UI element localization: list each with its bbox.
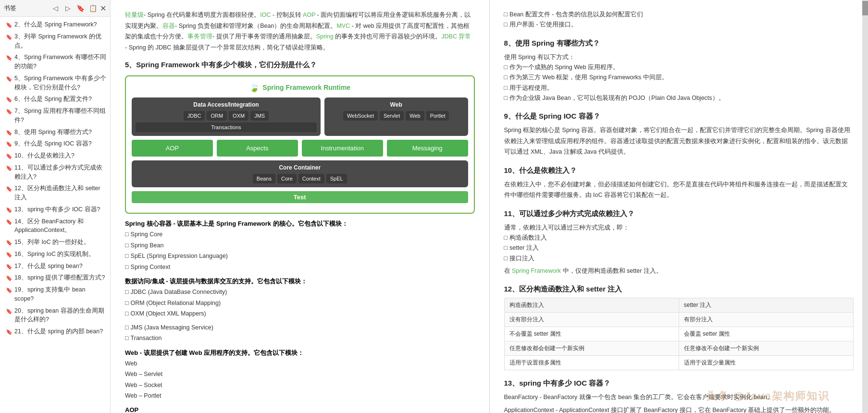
web-box: Web [406, 111, 424, 121]
section8-item-2: □作为第三方 Web 框架，使用 Spring Frameworks 中间层。 [504, 73, 854, 83]
web-item-2: Web – Servlet [125, 369, 475, 380]
instrumentation-box: Instrumentation [302, 140, 383, 157]
web-item-4: Web – Portlet [125, 390, 475, 401]
sidebar-item-18[interactable]: 🔖18、spring 提供了哪些配置方式? [0, 272, 110, 284]
bookmark-icon: 🔖 [6, 152, 12, 160]
diagram-title: 🍃 Spring Framework Runtime [132, 82, 468, 93]
test-box: Test [132, 191, 468, 203]
spring-leaf-icon: 🍃 [249, 82, 260, 93]
bookmark-icon: 🔖 [6, 286, 12, 294]
bookmark-icon: 🔖 [6, 274, 12, 282]
sidebar-icon-bookmark[interactable]: 🔖 [75, 3, 86, 13]
messaging-box: Messaging [387, 140, 468, 157]
core-box: Core [277, 174, 297, 183]
data-access-item-1: □JDBC (Java DataBase Connectivity) [125, 287, 475, 298]
bookmark-icon: 🔖 [6, 164, 12, 172]
page-left: 轻量级- Spring 在代码量和透明度方面都很轻便。IOC - 控制反转 AO… [111, 0, 490, 413]
data-access-item-4: □JMS (Java Messaging Service) [125, 322, 475, 333]
sidebar-item-5[interactable]: 🔖5、Spring Framework 中有多少个模块，它们分别是什么? [0, 73, 110, 94]
bean-config-section: □Bean 配置文件 - 包含类的信息以及如何配置它们 □用户界面 - 它使用接… [504, 10, 854, 30]
section11-note: 在 Spring Framework 中，仅使用构造函数和 setter 注入。 [504, 266, 854, 277]
sidebar-item-3[interactable]: 🔖3、列举 Spring Framework 的优点。 [0, 31, 110, 52]
section12-table: 构造函数注入 setter 注入 没有部分注入 有部分注入 不会覆盖 sette… [504, 298, 854, 370]
sidebar-item-20[interactable]: 🔖20、spring bean 容器的生命周期是什么样的? [0, 305, 110, 326]
bookmark-icon: 🔖 [6, 218, 12, 226]
sidebar-item-6[interactable]: 🔖6、什么是 Spring 配置文件? [0, 93, 110, 105]
bookmark-icon: 🔖 [6, 185, 12, 193]
sidebar-title: 书签 [4, 4, 16, 12]
spring-core-item-3: □SpEL (Spring Expression Language) [125, 251, 475, 262]
sidebar-icon-forward[interactable]: ▷ [62, 3, 73, 13]
bookmark-icon: 🔖 [6, 263, 12, 271]
sidebar-item-15[interactable]: 🔖15、列举 IoC 的一些好处。 [0, 236, 110, 248]
section12: 12、区分构造函数注入和 setter 注入 构造函数注入 setter 注入 … [504, 285, 854, 370]
sidebar-item-7[interactable]: 🔖7、Spring 应用程序有哪些不同组件? [0, 105, 110, 126]
scrollbar[interactable] [862, 0, 868, 413]
web-item-1: Web [125, 358, 475, 369]
web-label: Web - 该层提供了创建 Web 应用程序的支持。它包含以下模块： [125, 349, 475, 357]
core-section: Core Container Beans Core Context SpEL [132, 160, 468, 187]
section10-title: 10、什么是依赖注入？ [504, 166, 854, 175]
spel-box: SpEL [326, 174, 347, 183]
diagram-row-3: Core Container Beans Core Context SpEL [132, 160, 468, 187]
sidebar-icon-back[interactable]: ◁ [50, 3, 61, 13]
section8-item-3: □用于远程使用。 [504, 83, 854, 93]
data-access-boxes: JDBC ORM OXM JMS [136, 111, 317, 121]
sidebar-icon-bookmark2[interactable]: 📋 [87, 3, 98, 13]
bookmark-icon: 🔖 [6, 328, 12, 336]
sidebar-item-8[interactable]: 🔖8、使用 Spring 有哪些方式? [0, 126, 110, 138]
sidebar-item-10[interactable]: 🔖10、什么是依赖注入? [0, 150, 110, 162]
orm-box: ORM [207, 111, 227, 121]
data-access-section-title: Data Access/Integration [136, 101, 317, 108]
section8-intro: 使用 Spring 有以下方式： [504, 52, 854, 63]
section11-intro: 通常，依赖注入可以通过三种方式完成，即： [504, 222, 854, 233]
sidebar-item-4[interactable]: 🔖4、Spring Framework 有哪些不同的功能? [0, 51, 110, 73]
section5-title: 5、Spring Framework 中有多少个模块，它们分别是什么？ [125, 61, 475, 70]
data-access-item-3: □OXM (Object XML Mappers) [125, 308, 475, 319]
main-content: 轻量级- Spring 在代码量和透明度方面都很轻便。IOC - 控制反转 AO… [111, 0, 868, 413]
section11-item-2: □setter 注入 [504, 243, 854, 253]
section9: 9、什么是 Spring IOC 容器？ Spring 框架的核心是 Sprin… [504, 112, 854, 158]
bean-item-2: □用户界面 - 它使用接口。 [504, 20, 854, 30]
aspects-box: Aspects [217, 140, 298, 157]
section10-text: 在依赖注入中，您不必创建对象，但必须描述如何创建它们。您不是直接在代码中将组件和… [504, 179, 854, 201]
sidebar-item-14[interactable]: 🔖14、区分 BeanFactory 和 ApplicationContext。 [0, 216, 110, 237]
sidebar-item-9[interactable]: 🔖9、什么是 Spring IOC 容器? [0, 138, 110, 150]
table12-header-1: 构造函数注入 [504, 298, 679, 313]
data-access-label: 数据访问/集成 - 该层提供与数据库交互的支持。它包含以下模块： [125, 277, 475, 286]
section11-title: 11、可以通过多少种方式完成依赖注入？ [504, 209, 854, 219]
servlet-box: Servlet [380, 111, 404, 121]
table12-row-2: 不会覆盖 setter 属性 会覆盖 setter 属性 [504, 327, 854, 341]
section9-title: 9、什么是 Spring IOC 容器？ [504, 112, 854, 121]
context-box: Context [298, 174, 324, 183]
diagram-row-1: Data Access/Integration JDBC ORM OXM JMS… [132, 97, 468, 136]
sidebar-header: 书签 ◁ ▷ 🔖 📋 ✕ [0, 0, 110, 17]
sidebar-item-17[interactable]: 🔖17、什么是 spring bean? [0, 260, 110, 272]
scroll-thumb[interactable] [862, 1, 868, 15]
sidebar-item-12[interactable]: 🔖12、区分构造函数注入和 setter 注入 [0, 182, 110, 204]
oxm-box: OXM [229, 111, 248, 121]
bookmark-icon: 🔖 [6, 251, 12, 259]
sidebar-item-16[interactable]: 🔖16、Spring IoC 的实现机制。 [0, 248, 110, 260]
bookmark-icon: 🔖 [6, 307, 12, 316]
bookmark-icon: 🔖 [6, 239, 12, 247]
portlet-box: Portlet [426, 111, 449, 121]
sidebar-item-13[interactable]: 🔖13、spring 中有多少 IOC 容器? [0, 204, 110, 216]
spring-core-item-4: □Spring Context [125, 262, 475, 273]
sidebar-item-21[interactable]: 🔖21、什么是 spring 的内部 bean? [0, 326, 110, 338]
data-access-section: Data Access/Integration JDBC ORM OXM JMS… [132, 97, 321, 136]
sidebar-close-icon[interactable]: ✕ [100, 4, 106, 13]
bookmark-icon: 🔖 [6, 96, 12, 104]
web-section: Web WebSocket Servlet Web Portlet [324, 97, 468, 136]
section11: 11、可以通过多少种方式完成依赖注入？ 通常，依赖注入可以通过三种方式完成，即：… [504, 209, 854, 277]
beans-box: Beans [253, 174, 275, 183]
bookmark-icon: 🔖 [6, 206, 12, 214]
sidebar-item-19[interactable]: 🔖19、spring 支持集中 bean scope? [0, 284, 110, 305]
transactions-box: Transactions [136, 122, 317, 132]
sidebar-item-11[interactable]: 🔖11、可以通过多少种方式完成依赖注入? [0, 162, 110, 183]
table12-row-3: 任意修改都会创建一个新实例 任意修改不会创建一个新实例 [504, 341, 854, 356]
spring-core-item-2: □Spring Bean [125, 240, 475, 251]
diagram-row-4: Test [132, 191, 468, 203]
sidebar-item-2[interactable]: 🔖2、什么是 Spring Framework? [0, 19, 110, 31]
page-right: □Bean 配置文件 - 包含类的信息以及如何配置它们 □用户界面 - 它使用接… [490, 0, 868, 413]
